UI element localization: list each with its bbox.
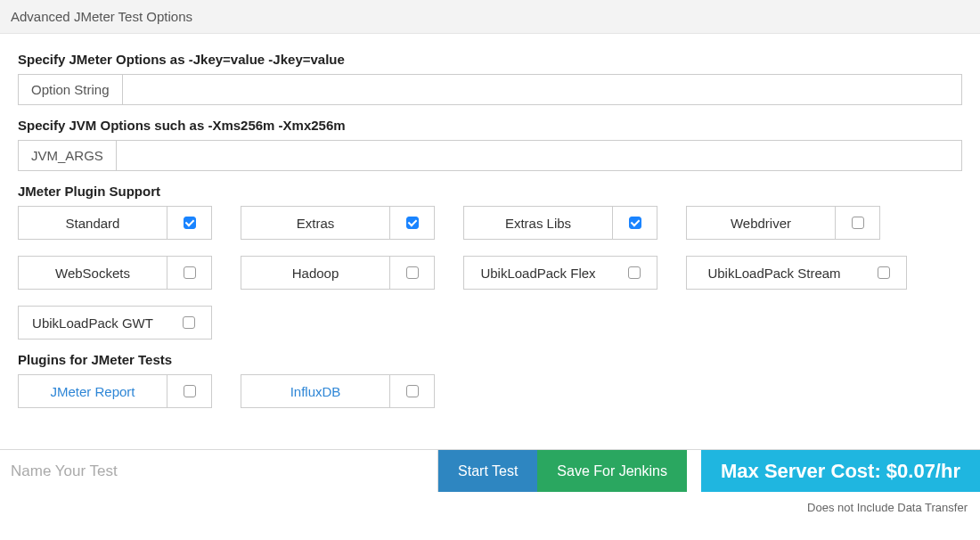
plugin-label: Extras Libs bbox=[464, 207, 612, 239]
start-test-button[interactable]: Start Test bbox=[438, 450, 537, 492]
checkbox-jmeter-report[interactable] bbox=[184, 385, 196, 397]
plugin-standard: Standard bbox=[18, 206, 212, 240]
plugin-link-label[interactable]: JMeter Report bbox=[19, 375, 167, 407]
checkbox-ubik-flex[interactable] bbox=[628, 266, 641, 279]
plugins-for-tests-label: Plugins for JMeter Tests bbox=[18, 352, 962, 367]
jvm-options-addon: JVM_ARGS bbox=[18, 140, 116, 171]
plugin-label: Extras bbox=[241, 207, 389, 239]
bottom-bar: Start Test Save For Jenkins Max Server C… bbox=[0, 449, 980, 492]
plugin-check-wrap bbox=[862, 257, 906, 289]
plugin-check-wrap bbox=[167, 307, 211, 339]
checkbox-hadoop[interactable] bbox=[406, 266, 419, 279]
jvm-options-label: Specify JVM Options such as -Xms256m -Xm… bbox=[18, 118, 962, 133]
plugin-label: UbikLoadPack Stream bbox=[687, 257, 862, 289]
jmeter-options-label: Specify JMeter Options as -Jkey=value -J… bbox=[18, 52, 962, 67]
plugin-ubik-gwt: UbikLoadPack GWT bbox=[18, 306, 212, 340]
plugin-support-label: JMeter Plugin Support bbox=[18, 184, 962, 199]
plugin-ubik-flex: UbikLoadPack Flex bbox=[463, 256, 657, 290]
plugin-ubik-stream: UbikLoadPack Stream bbox=[686, 256, 907, 290]
checkbox-ubik-gwt[interactable] bbox=[183, 316, 195, 329]
plugin-extras: Extras bbox=[241, 206, 435, 240]
checkbox-webdriver[interactable] bbox=[852, 217, 864, 229]
jmeter-options-addon: Option String bbox=[18, 74, 122, 105]
plugin-hadoop: Hadoop bbox=[241, 256, 435, 290]
section-header: Advanced JMeter Test Options bbox=[0, 0, 980, 34]
plugin-label: Hadoop bbox=[241, 257, 389, 289]
jmeter-options-group: Option String bbox=[18, 74, 962, 105]
plugin-check-wrap bbox=[167, 207, 211, 239]
plugin-label: WebSockets bbox=[19, 257, 167, 289]
cost-disclaimer: Does not Include Data Transfer bbox=[0, 492, 980, 514]
plugin-check-wrap bbox=[167, 375, 211, 407]
plugin-check-wrap bbox=[612, 257, 657, 289]
plugin-support-grid: Standard Extras Extras Libs Webdriver We… bbox=[18, 206, 962, 340]
plugin-check-wrap bbox=[389, 257, 434, 289]
plugin-jmeter-report: JMeter Report bbox=[18, 374, 212, 408]
plugin-label: Webdriver bbox=[687, 207, 835, 239]
max-server-cost: Max Server Cost: $0.07/hr bbox=[701, 450, 980, 492]
plugin-webdriver: Webdriver bbox=[686, 206, 880, 240]
checkbox-influxdb[interactable] bbox=[406, 385, 419, 397]
checkbox-ubik-stream[interactable] bbox=[878, 266, 890, 279]
checkbox-extras-libs[interactable] bbox=[629, 217, 641, 229]
jvm-options-group: JVM_ARGS bbox=[18, 140, 962, 171]
plugins-for-tests-grid: JMeter Report InfluxDB bbox=[18, 374, 962, 408]
jmeter-options-input[interactable] bbox=[122, 74, 962, 105]
plugin-check-wrap bbox=[389, 207, 434, 239]
save-for-jenkins-button[interactable]: Save For Jenkins bbox=[537, 450, 687, 492]
checkbox-extras[interactable] bbox=[406, 217, 419, 229]
plugin-link-label[interactable]: InfluxDB bbox=[241, 375, 389, 407]
section-body: Specify JMeter Options as -Jkey=value -J… bbox=[0, 34, 980, 430]
plugin-websockets: WebSockets bbox=[18, 256, 212, 290]
test-name-input[interactable] bbox=[0, 450, 438, 492]
checkbox-websockets[interactable] bbox=[184, 266, 196, 279]
plugin-label: UbikLoadPack Flex bbox=[464, 257, 612, 289]
plugin-extras-libs: Extras Libs bbox=[463, 206, 657, 240]
plugin-check-wrap bbox=[389, 375, 434, 407]
plugin-label: Standard bbox=[19, 207, 167, 239]
plugin-check-wrap bbox=[835, 207, 879, 239]
section-title: Advanced JMeter Test Options bbox=[11, 9, 192, 24]
plugin-influxdb: InfluxDB bbox=[241, 374, 435, 408]
jvm-options-input[interactable] bbox=[116, 140, 962, 171]
plugin-check-wrap bbox=[612, 207, 657, 239]
checkbox-standard[interactable] bbox=[184, 217, 196, 229]
plugin-check-wrap bbox=[167, 257, 211, 289]
plugin-label: UbikLoadPack GWT bbox=[19, 307, 167, 339]
